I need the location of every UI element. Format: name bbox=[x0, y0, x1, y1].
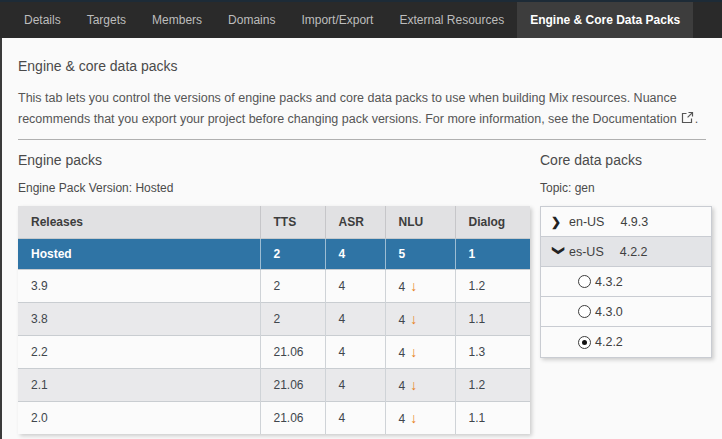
description-suffix: . bbox=[695, 112, 698, 126]
tab-members[interactable]: Members bbox=[139, 2, 215, 38]
tts-cell: 21.06 bbox=[260, 369, 325, 402]
engine-packs-table: ReleasesTTSASRNLUDialog Hosted24513.9244… bbox=[18, 206, 530, 434]
tab-bar: DetailsTargetsMembersDomainsImport/Expor… bbox=[0, 2, 722, 38]
nlu-cell: 4↓ bbox=[385, 270, 455, 303]
column-header-tts: TTS bbox=[260, 206, 325, 239]
dialog-cell: 1.1 bbox=[455, 402, 530, 435]
locale-row-es-us[interactable]: ❯es-US4.2.2 bbox=[541, 237, 711, 267]
external-link-icon bbox=[681, 111, 694, 124]
nlu-cell: 4↓ bbox=[385, 336, 455, 369]
topic-label: Topic: gen bbox=[540, 181, 712, 195]
tab-external-resources[interactable]: External Resources bbox=[386, 2, 517, 38]
engine-pack-version-label: Engine Pack Version: Hosted bbox=[18, 181, 530, 195]
downgrade-arrow-icon: ↓ bbox=[410, 410, 417, 426]
documentation-link[interactable]: Documentation bbox=[593, 112, 677, 126]
nlu-cell: 4↓ bbox=[385, 369, 455, 402]
radio-4.3.0[interactable] bbox=[578, 305, 591, 318]
nlu-value: 4 bbox=[399, 412, 406, 426]
downgrade-arrow-icon: ↓ bbox=[410, 344, 417, 360]
locale-row-en-us[interactable]: ❯en-US4.9.3 bbox=[541, 207, 711, 237]
asr-cell: 4 bbox=[325, 369, 385, 402]
tab-domains[interactable]: Domains bbox=[215, 2, 288, 38]
tts-cell: 2 bbox=[260, 270, 325, 303]
nlu-value: 4 bbox=[399, 346, 406, 360]
core-data-packs-section: Core data packs Topic: gen ❯en-US4.9.3❯e… bbox=[540, 152, 712, 434]
locale-name: en-US bbox=[569, 215, 604, 229]
tab-targets[interactable]: Targets bbox=[74, 2, 139, 38]
chevron-right-icon: ❯ bbox=[551, 215, 567, 229]
release-row-3.9[interactable]: 3.9244↓1.2 bbox=[18, 270, 530, 303]
dialog-cell: 1.2 bbox=[455, 270, 530, 303]
nlu-cell: 5 bbox=[385, 239, 455, 270]
release-row-2.2[interactable]: 2.221.0644↓1.3 bbox=[18, 336, 530, 369]
engine-packs-title: Engine packs bbox=[18, 152, 530, 168]
release-cell: 2.2 bbox=[18, 336, 260, 369]
description-text: This tab lets you control the versions o… bbox=[18, 91, 677, 126]
dialog-cell: 1.1 bbox=[455, 303, 530, 336]
release-cell: 2.0 bbox=[18, 402, 260, 435]
asr-cell: 4 bbox=[325, 402, 385, 435]
core-data-pack-list: ❯en-US4.9.3❯es-US4.2.24.3.24.3.04.2.2 bbox=[540, 206, 712, 358]
downgrade-arrow-icon: ↓ bbox=[410, 311, 417, 327]
release-cell: 2.1 bbox=[18, 369, 260, 402]
release-row-2.0[interactable]: 2.021.0644↓1.1 bbox=[18, 402, 530, 435]
page-title: Engine & core data packs bbox=[18, 58, 708, 74]
dialog-cell: 1.2 bbox=[455, 369, 530, 402]
tab-details[interactable]: Details bbox=[11, 2, 74, 38]
release-row-2.1[interactable]: 2.121.0644↓1.2 bbox=[18, 369, 530, 402]
version-option-4.2.2[interactable]: 4.2.2 bbox=[541, 327, 711, 357]
downgrade-arrow-icon: ↓ bbox=[410, 278, 417, 294]
tab-panel-engine-core-data-packs: Engine & core data packs This tab lets y… bbox=[0, 38, 722, 439]
engine-table-body: Hosted24513.9244↓1.23.8244↓1.12.221.0644… bbox=[18, 239, 530, 435]
page-description: This tab lets you control the versions o… bbox=[18, 88, 708, 130]
section-divider bbox=[18, 139, 706, 140]
asr-cell: 4 bbox=[325, 270, 385, 303]
tts-cell: 2 bbox=[260, 239, 325, 270]
release-cell: 3.9 bbox=[18, 270, 260, 303]
nlu-value: 4 bbox=[399, 313, 406, 327]
nlu-value: 4 bbox=[399, 280, 406, 294]
asr-cell: 4 bbox=[325, 239, 385, 270]
locale-version: 4.2.2 bbox=[620, 245, 648, 259]
column-header-nlu: NLU bbox=[385, 206, 455, 239]
tab-engine-core-data-packs[interactable]: Engine & Core Data Packs bbox=[517, 2, 693, 38]
version-option-4.3.0[interactable]: 4.3.0 bbox=[541, 297, 711, 327]
asr-cell: 4 bbox=[325, 336, 385, 369]
column-header-dialog: Dialog bbox=[455, 206, 530, 239]
chevron-down-icon: ❯ bbox=[552, 245, 566, 261]
asr-cell: 4 bbox=[325, 303, 385, 336]
column-header-releases: Releases bbox=[18, 206, 260, 239]
dialog-cell: 1 bbox=[455, 239, 530, 270]
nlu-value: 5 bbox=[399, 247, 406, 261]
nlu-value: 4 bbox=[399, 379, 406, 393]
radio-4.3.2[interactable] bbox=[578, 275, 591, 288]
nlu-cell: 4↓ bbox=[385, 303, 455, 336]
release-cell: 3.8 bbox=[18, 303, 260, 336]
locale-name: es-US bbox=[569, 245, 604, 259]
column-header-asr: ASR bbox=[325, 206, 385, 239]
version-option-4.3.2[interactable]: 4.3.2 bbox=[541, 267, 711, 297]
version-option-label: 4.3.0 bbox=[595, 305, 623, 319]
engine-table-header-row: ReleasesTTSASRNLUDialog bbox=[18, 206, 530, 239]
engine-packs-table-wrap: ReleasesTTSASRNLUDialog Hosted24513.9244… bbox=[18, 206, 530, 434]
core-data-packs-title: Core data packs bbox=[540, 152, 712, 168]
tts-cell: 21.06 bbox=[260, 402, 325, 435]
tts-cell: 21.06 bbox=[260, 336, 325, 369]
locale-version: 4.9.3 bbox=[620, 215, 648, 229]
release-row-hosted[interactable]: Hosted2451 bbox=[18, 239, 530, 270]
radio-4.2.2[interactable] bbox=[578, 336, 591, 349]
release-row-3.8[interactable]: 3.8244↓1.1 bbox=[18, 303, 530, 336]
version-option-label: 4.3.2 bbox=[595, 275, 623, 289]
nlu-cell: 4↓ bbox=[385, 402, 455, 435]
dialog-cell: 1.3 bbox=[455, 336, 530, 369]
tts-cell: 2 bbox=[260, 303, 325, 336]
release-cell: Hosted bbox=[18, 239, 260, 270]
downgrade-arrow-icon: ↓ bbox=[410, 377, 417, 393]
tab-import-export[interactable]: Import/Export bbox=[288, 2, 386, 38]
engine-packs-section: Engine packs Engine Pack Version: Hosted… bbox=[18, 152, 530, 434]
version-option-label: 4.2.2 bbox=[595, 335, 623, 349]
